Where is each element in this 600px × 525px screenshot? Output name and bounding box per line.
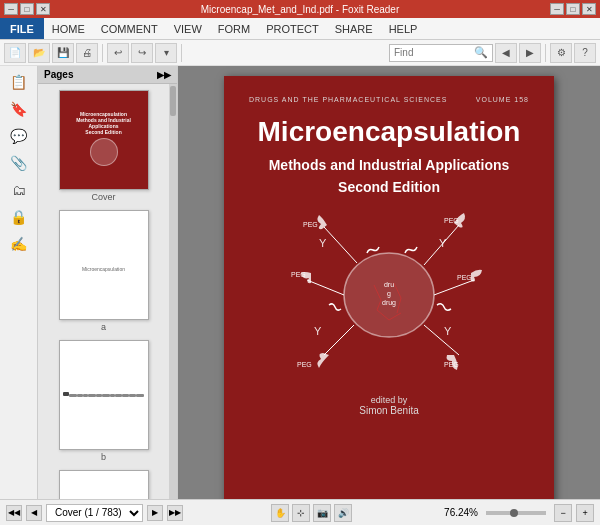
svg-text:PEG: PEG bbox=[297, 361, 312, 368]
search-next-btn[interactable]: ▶ bbox=[519, 43, 541, 63]
pages-scrollbar[interactable] bbox=[169, 84, 177, 499]
win-minimize[interactable]: ─ bbox=[550, 3, 564, 15]
undo-btn[interactable]: ↩ bbox=[107, 43, 129, 63]
sidebar-attach-icon[interactable]: 📎 bbox=[7, 151, 31, 175]
menu-help[interactable]: HELP bbox=[381, 18, 426, 39]
sidebar-sign-icon[interactable]: ✍ bbox=[7, 232, 31, 256]
menu-form[interactable]: FORM bbox=[210, 18, 258, 39]
close-btn[interactable]: ✕ bbox=[36, 3, 50, 15]
menu-share[interactable]: SHARE bbox=[327, 18, 381, 39]
search-box[interactable]: 🔍 bbox=[389, 44, 493, 62]
win-close[interactable]: ✕ bbox=[582, 3, 596, 15]
content-area: DRUGS AND THE PHARMACEUTICAL SCIENCES VO… bbox=[178, 66, 600, 499]
svg-text:g: g bbox=[387, 290, 391, 298]
svg-text:PEG: PEG bbox=[444, 361, 459, 368]
sidebar-bookmark-icon[interactable]: 🔖 bbox=[7, 97, 31, 121]
svg-text:PEG: PEG bbox=[291, 271, 306, 278]
zoom-level: 76.24% bbox=[444, 507, 478, 518]
thumb-b-label: b bbox=[101, 452, 106, 462]
prev-page-btn[interactable]: ◀◀ bbox=[6, 505, 22, 521]
maximize-btn[interactable]: □ bbox=[20, 3, 34, 15]
status-icons: ✋ ⊹ 📷 🔊 bbox=[271, 504, 352, 522]
extra-btn[interactable]: ▾ bbox=[155, 43, 177, 63]
menu-comment[interactable]: COMMENT bbox=[93, 18, 166, 39]
page-thumb-cover[interactable]: MicroencapsulationMethods and Industrial… bbox=[44, 90, 163, 202]
svg-text:PEG: PEG bbox=[303, 221, 318, 228]
sidebar-lock-icon[interactable]: 🔒 bbox=[7, 205, 31, 229]
tl10 bbox=[122, 394, 130, 397]
next-last-btn[interactable]: ▶▶ bbox=[167, 505, 183, 521]
diagram-svg: dru g drug bbox=[289, 205, 489, 380]
thumb-cover-label: Cover bbox=[91, 192, 115, 202]
pages-scroll[interactable]: MicroencapsulationMethods and Industrial… bbox=[38, 84, 169, 499]
pages-panel: Pages ▶▶ MicroencapsulationMethods and I… bbox=[38, 66, 178, 499]
zoom-in-btn[interactable]: + bbox=[576, 504, 594, 522]
open-btn[interactable]: 📂 bbox=[28, 43, 50, 63]
menu-view[interactable]: VIEW bbox=[166, 18, 210, 39]
pdf-title: Microencapsulation bbox=[258, 115, 521, 149]
sep1 bbox=[102, 44, 103, 62]
pages-expand-icon[interactable]: ▶▶ bbox=[157, 70, 171, 80]
zoom-out-btn[interactable]: − bbox=[554, 504, 572, 522]
page-thumb-a[interactable]: Microencapsulation a bbox=[44, 210, 163, 332]
search-icon: 🔍 bbox=[474, 46, 488, 59]
cover-thumbnail: MicroencapsulationMethods and Industrial… bbox=[60, 91, 148, 189]
page-select[interactable]: Cover (1 / 783) bbox=[46, 504, 143, 522]
svg-text:PEG: PEG bbox=[444, 217, 459, 224]
next-btn[interactable]: ▶ bbox=[147, 505, 163, 521]
audio-btn[interactable]: 🔊 bbox=[334, 504, 352, 522]
svg-text:Y: Y bbox=[439, 237, 447, 249]
pages-header: Pages ▶▶ bbox=[38, 66, 177, 84]
sidebar-pages-icon[interactable]: 📋 bbox=[7, 70, 31, 94]
search-prev-btn[interactable]: ◀ bbox=[495, 43, 517, 63]
svg-text:Y: Y bbox=[319, 237, 327, 249]
svg-line-9 bbox=[324, 227, 357, 263]
pdf-series-line: DRUGS AND THE PHARMACEUTICAL SCIENCES VO… bbox=[249, 96, 529, 103]
zoom-slider[interactable] bbox=[486, 511, 546, 515]
snapshot-btn[interactable]: 📷 bbox=[313, 504, 331, 522]
pdf-diagram: dru g drug bbox=[289, 205, 489, 385]
sidebar-layer-icon[interactable]: 🗂 bbox=[7, 178, 31, 202]
tl2 bbox=[69, 394, 77, 397]
svg-line-6 bbox=[424, 325, 459, 355]
tl11 bbox=[129, 394, 136, 397]
redo-btn[interactable]: ↪ bbox=[131, 43, 153, 63]
thumb-a-img[interactable]: Microencapsulation bbox=[59, 210, 149, 320]
svg-line-8 bbox=[307, 280, 344, 295]
menu-home[interactable]: HOME bbox=[44, 18, 93, 39]
hand-tool-btn[interactable]: ✋ bbox=[271, 504, 289, 522]
pdf-subtitle: Methods and Industrial Applications bbox=[269, 157, 510, 173]
win-maximize[interactable]: □ bbox=[566, 3, 580, 15]
tl9 bbox=[115, 394, 122, 397]
tb-extra1[interactable]: ⚙ bbox=[550, 43, 572, 63]
scrollbar-thumb[interactable] bbox=[170, 86, 176, 116]
page-thumb-b[interactable]: b bbox=[44, 340, 163, 462]
cover-thumb-title: MicroencapsulationMethods and Industrial… bbox=[64, 111, 144, 135]
thumb-b-img[interactable] bbox=[59, 340, 149, 450]
sidebar-annot-icon[interactable]: 💬 bbox=[7, 124, 31, 148]
page-thumb-4[interactable] bbox=[44, 470, 163, 499]
tb-extra2[interactable]: ? bbox=[574, 43, 596, 63]
sep3 bbox=[545, 44, 546, 62]
zoom-thumb[interactable] bbox=[510, 509, 518, 517]
select-tool-btn[interactable]: ⊹ bbox=[292, 504, 310, 522]
search-input[interactable] bbox=[394, 47, 474, 58]
svg-line-5 bbox=[434, 280, 474, 295]
pdf-author: Simon Benita bbox=[359, 405, 418, 416]
pdf-page: DRUGS AND THE PHARMACEUTICAL SCIENCES VO… bbox=[224, 76, 554, 499]
minimize-btn[interactable]: ─ bbox=[4, 3, 18, 15]
thumb-4-img[interactable] bbox=[59, 470, 149, 499]
print-btn[interactable]: 🖨 bbox=[76, 43, 98, 63]
tl5 bbox=[88, 394, 96, 397]
prev-btn[interactable]: ◀ bbox=[26, 505, 42, 521]
svg-text:drug: drug bbox=[382, 299, 396, 307]
menu-protect[interactable]: PROTECT bbox=[258, 18, 327, 39]
thumb-cover-img[interactable]: MicroencapsulationMethods and Industrial… bbox=[59, 90, 149, 190]
main-layout: 📋 🔖 💬 📎 🗂 🔒 ✍ Pages ▶▶ Microencapsulatio… bbox=[0, 66, 600, 499]
new-btn[interactable]: 📄 bbox=[4, 43, 26, 63]
pdf-edition: Second Edition bbox=[338, 179, 440, 195]
toolbar: 📄 📂 💾 🖨 ↩ ↪ ▾ 🔍 ◀ ▶ ⚙ ? bbox=[0, 40, 600, 66]
window-title: Microencap_Met_and_Ind.pdf - Foxit Reade… bbox=[50, 4, 550, 15]
menu-file[interactable]: FILE bbox=[0, 18, 44, 39]
save-btn[interactable]: 💾 bbox=[52, 43, 74, 63]
